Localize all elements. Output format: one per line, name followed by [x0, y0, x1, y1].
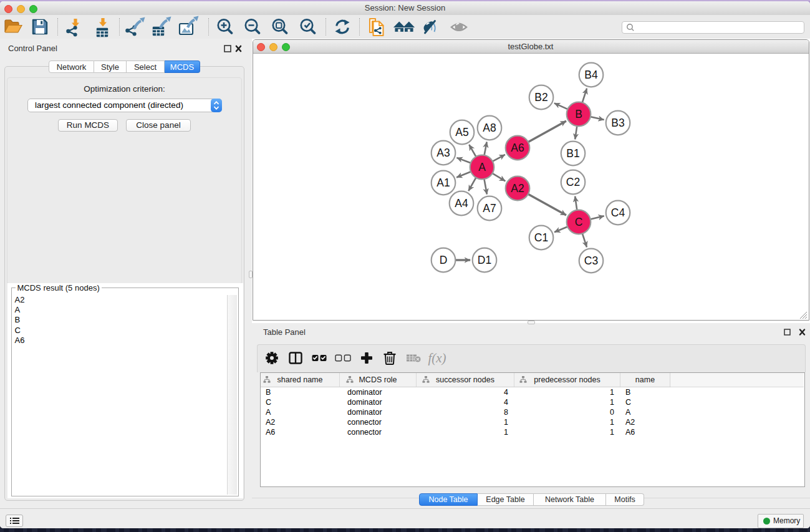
svg-text:A: A [478, 161, 486, 173]
svg-text:A2: A2 [511, 182, 524, 195]
svg-text:C3: C3 [584, 254, 597, 267]
svg-text:D: D [439, 254, 447, 266]
svg-text:A7: A7 [483, 202, 496, 215]
svg-text:C4: C4 [610, 206, 625, 219]
svg-text:A5: A5 [455, 126, 468, 138]
svg-text:B4: B4 [584, 69, 598, 81]
svg-text:A6: A6 [511, 142, 524, 154]
svg-text:A3: A3 [436, 147, 450, 159]
svg-text:B: B [575, 108, 582, 120]
svg-text:D1: D1 [477, 254, 491, 266]
svg-text:C: C [574, 216, 582, 228]
svg-text:A8: A8 [483, 122, 496, 134]
svg-text:B2: B2 [534, 91, 547, 104]
svg-text:A4: A4 [455, 197, 468, 210]
svg-text:B1: B1 [566, 147, 579, 160]
svg-text:C1: C1 [534, 231, 547, 244]
svg-text:f(x): f(x) [428, 351, 446, 365]
svg-text:A1: A1 [436, 177, 450, 189]
svg-text:C2: C2 [566, 176, 579, 188]
svg-text:B3: B3 [611, 117, 624, 129]
